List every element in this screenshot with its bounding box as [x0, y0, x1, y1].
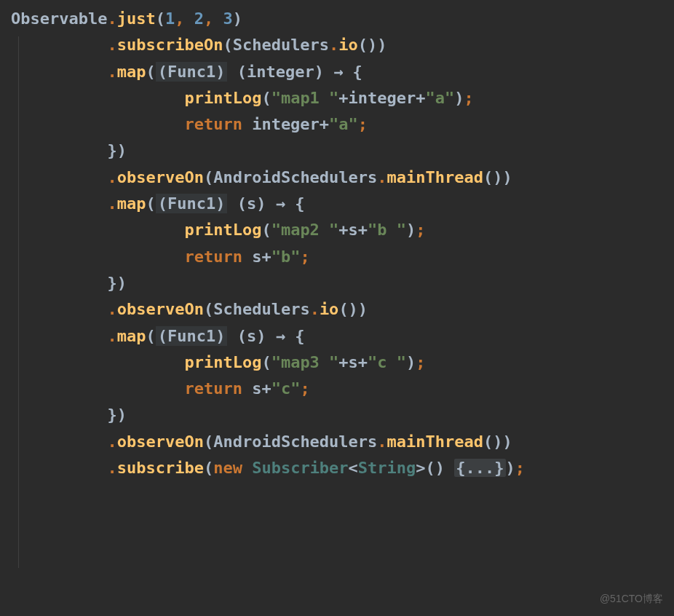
code-line-1: Observable.just(1, 2, 3) — [11, 6, 663, 32]
method-mainthread: mainThread — [387, 168, 483, 186]
code-line-5: return integer+"a"; — [11, 111, 663, 138]
method-observeon: observeOn — [117, 300, 204, 318]
class-schedulers: Schedulers — [233, 36, 329, 54]
keyword-new: new — [213, 459, 252, 477]
keyword-return: return — [184, 115, 252, 133]
code-line-3: .map((Func1) (integer) → { — [11, 59, 663, 85]
code-line-17: .observeOn(AndroidSchedulers.mainThread(… — [11, 429, 663, 455]
code-line-15: return s+"c"; — [11, 376, 663, 402]
cast-func1: (Func1) — [156, 326, 228, 346]
class-schedulers: Schedulers — [213, 300, 309, 318]
code-line-11: }) — [11, 270, 663, 296]
method-subscribe: subscribe — [117, 459, 204, 477]
generic-string: String — [358, 459, 416, 477]
code-line-12: .observeOn(Schedulers.io()) — [11, 296, 663, 323]
code-editor[interactable]: Observable.just(1, 2, 3) .subscribeOn(Sc… — [11, 6, 663, 481]
arrow-icon: → — [333, 63, 343, 81]
code-line-2: .subscribeOn(Schedulers.io()) — [11, 32, 663, 58]
code-line-9: printLog("map2 "+s+"b "); — [11, 217, 663, 243]
method-printlog: printLog — [184, 89, 261, 107]
method-printlog: printLog — [184, 353, 261, 371]
class-subscriber: Subscriber — [252, 459, 348, 477]
method-observeon: observeOn — [117, 168, 204, 186]
keyword-return: return — [184, 379, 252, 398]
code-line-14: printLog("map3 "+s+"c "); — [11, 350, 663, 376]
method-map: map — [117, 194, 146, 213]
watermark-text: @51CTO博客 — [600, 591, 663, 607]
indent-guide — [18, 36, 19, 568]
code-line-7: .observeOn(AndroidSchedulers.mainThread(… — [11, 165, 663, 191]
cast-func1: (Func1) — [156, 62, 228, 82]
code-line-18: .subscribe(new Subscriber<String>() {...… — [11, 455, 663, 481]
method-just: just — [117, 9, 156, 28]
code-line-6: }) — [11, 138, 663, 164]
method-io: io — [320, 300, 339, 318]
class-observable: Observable — [11, 9, 107, 28]
keyword-return: return — [184, 248, 252, 266]
method-io: io — [338, 36, 358, 54]
code-line-10: return s+"b"; — [11, 244, 663, 270]
method-observeon: observeOn — [117, 433, 204, 451]
arrow-icon: → — [276, 194, 285, 213]
method-mainthread: mainThread — [387, 433, 483, 451]
method-subscribeon: subscribeOn — [117, 36, 223, 54]
code-line-4: printLog("map1 "+integer+"a"); — [11, 85, 663, 111]
cast-func1: (Func1) — [156, 194, 228, 213]
method-printlog: printLog — [184, 221, 261, 239]
code-fold-icon[interactable]: {...} — [454, 459, 505, 477]
code-line-13: .map((Func1) (s) → { — [11, 323, 663, 350]
code-line-8: .map((Func1) (s) → { — [11, 191, 663, 217]
arrow-icon: → — [276, 327, 285, 345]
code-line-16: }) — [11, 402, 663, 428]
class-androidschedulers: AndroidSchedulers — [213, 168, 377, 186]
method-map: map — [117, 327, 146, 345]
method-map: map — [117, 63, 146, 81]
class-androidschedulers: AndroidSchedulers — [213, 433, 377, 451]
